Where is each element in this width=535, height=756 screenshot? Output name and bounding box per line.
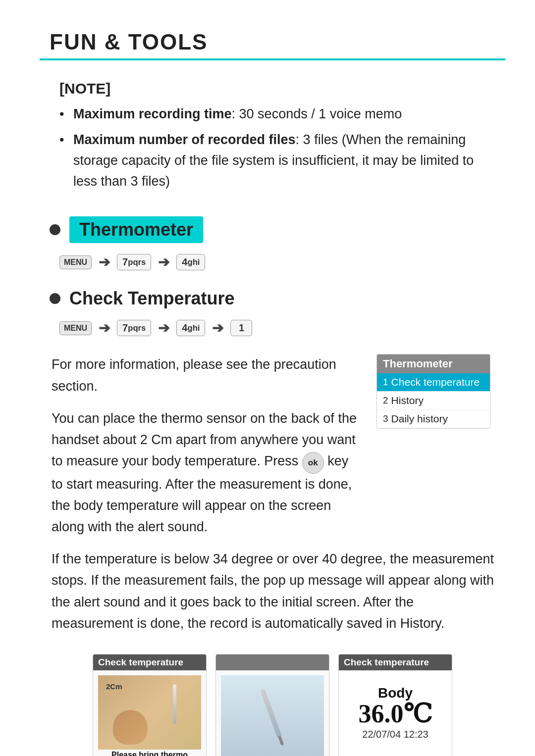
key-1: 1: [230, 320, 252, 336]
image-card-2: [215, 654, 329, 756]
check-temperature-section: Check Temperature MENU ➔ 7pqrs ➔ 4ghi ➔ …: [50, 288, 495, 634]
menu-item-num-3: 3: [383, 413, 388, 424]
menu-item-label-1: Check temperature: [391, 376, 480, 388]
menu-item-label-2: History: [391, 395, 424, 406]
menu-key-1: MENU: [59, 255, 92, 269]
image-card-2-body: [216, 670, 329, 756]
note-item-1: Maximum recording time: 30 seconds / 1 v…: [59, 104, 495, 125]
thermo-stick-sim: [173, 684, 176, 724]
temp-result-display: Body 36.0℃ 22/07/04 12:23: [344, 678, 447, 747]
thermometer-bullet: [50, 224, 60, 235]
title-underline: [40, 58, 505, 60]
hand-image-sim: 2Cm: [98, 675, 201, 750]
phone-menu-item-3: 3 Daily history: [377, 410, 490, 428]
key-4ghi-2: 4ghi: [176, 320, 205, 336]
note-title: [NOTE]: [59, 80, 495, 97]
para-2: You can place the thermo sensor on the b…: [50, 408, 362, 538]
image-card-1-title: Check temperature: [93, 655, 206, 670]
check-temp-heading-text: Check Temperature: [69, 288, 234, 309]
arrow-5: ➔: [212, 320, 223, 336]
note-item-1-bold: Maximum recording time: [73, 106, 232, 121]
temp-value: 36.0℃: [358, 701, 432, 727]
key-7pqrs-2: 7pqrs: [117, 320, 151, 336]
image-card-2-title: [216, 655, 329, 670]
key-4ghi-1: 4ghi: [176, 254, 205, 270]
image-card-3-body: Body 36.0℃ 22/07/04 12:23: [339, 670, 452, 755]
arrow-4: ➔: [158, 320, 169, 336]
temp-date: 22/07/04 12:23: [362, 729, 428, 740]
menu-item-label-3: Daily history: [391, 413, 448, 425]
phone-menu-item-2: 2 History: [377, 392, 490, 410]
arrow-2: ➔: [158, 254, 169, 270]
images-row: Check temperature 2Cm Please bring therm…: [50, 654, 495, 756]
key-7pqrs-1: 7pqrs: [117, 254, 151, 270]
check-temp-main-layout: For more information, please see the pre…: [50, 354, 495, 549]
menu-key-2: MENU: [59, 321, 92, 335]
image-card-1-body: 2Cm Please bring thermosensor into conta…: [93, 670, 206, 756]
note-item-2: Maximum number of recorded files: 3 file…: [59, 130, 495, 192]
check-temp-left-col: For more information, please see the pre…: [50, 354, 362, 549]
pen-tip-shape: [278, 736, 284, 746]
arrow-1: ➔: [99, 254, 110, 270]
phone-menu-title: Thermometer: [377, 354, 490, 373]
image-card-1: Check temperature 2Cm Please bring therm…: [93, 654, 207, 756]
note-item-2-bold: Maximum number of recorded files: [73, 132, 296, 147]
check-temp-nav-row: MENU ➔ 7pqrs ➔ 4ghi ➔ 1: [50, 320, 495, 336]
hand-shape: [113, 710, 148, 745]
menu-item-num-2: 2: [383, 395, 388, 406]
page-title: FUN & TOOLS: [50, 30, 495, 54]
phone-menu-item-1: 1 Check temperature: [377, 373, 490, 392]
image-card-3: Check temperature Body 36.0℃ 22/07/04 12…: [338, 654, 452, 756]
check-temp-heading: Check Temperature: [50, 288, 495, 309]
pen-body: [260, 689, 282, 737]
thermometer-nav-row: MENU ➔ 7pqrs ➔ 4ghi: [50, 254, 495, 270]
menu-item-num-1: 1: [383, 377, 388, 388]
body-label: Body: [378, 685, 413, 701]
para-3: If the temperature is below 34 degree or…: [50, 549, 495, 634]
para-1: For more information, please see the pre…: [50, 354, 362, 397]
pen-image-sim: [221, 675, 324, 756]
arrow-3: ➔: [99, 320, 110, 336]
thermometer-heading: Thermometer: [50, 216, 495, 243]
image-card-3-title: Check temperature: [339, 655, 452, 670]
distance-label: 2Cm: [106, 682, 122, 691]
note-item-1-text: : 30 seconds / 1 voice memo: [232, 106, 402, 121]
note-section: [NOTE] Maximum recording time: 30 second…: [50, 80, 495, 192]
check-temp-bullet: [50, 293, 60, 304]
phone-menu-widget: Thermometer 1 Check temperature 2 Histor…: [376, 354, 490, 429]
ok-key: ok: [302, 452, 324, 474]
thermometer-heading-text: Thermometer: [69, 216, 203, 243]
image-card-1-caption: Please bring thermosensor into contactwi…: [108, 750, 191, 756]
check-temp-right-col: Thermometer 1 Check temperature 2 Histor…: [376, 354, 495, 549]
